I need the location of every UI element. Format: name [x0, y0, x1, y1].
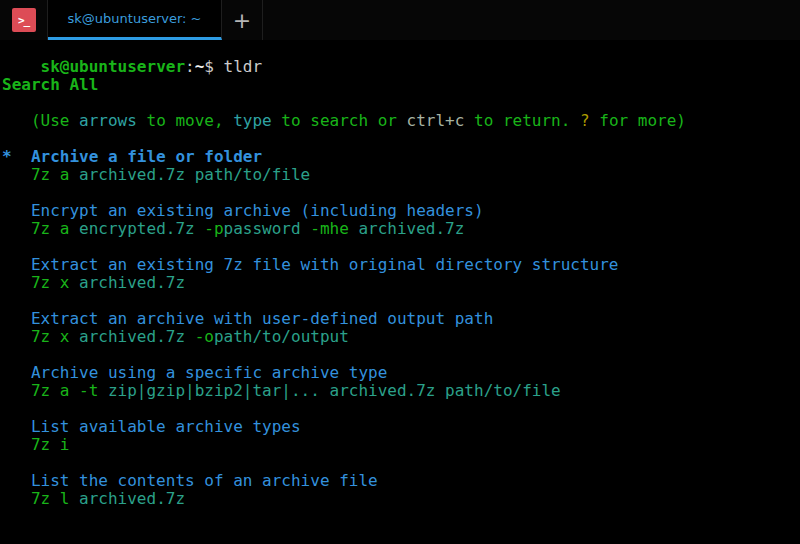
entry-title: Extract an existing 7z file with origina…: [2, 256, 800, 274]
text-segment-cmd: -p: [195, 219, 224, 238]
text-segment-green: (Use: [31, 111, 79, 130]
hint-line: (Use arrows to move, type to search or c…: [2, 112, 800, 130]
text-segment-param: zip|gzip|bzip2|tar|... archived.7z path/…: [108, 381, 561, 400]
entry-title-text: Encrypt an existing archive (including h…: [31, 201, 484, 220]
text-segment-key: arrows: [79, 111, 137, 130]
entry-command: 7z x archived.7z -opath/to/output: [2, 328, 800, 346]
text-segment-green: for more): [590, 111, 686, 130]
tldr-entry[interactable]: *Archive a file or folder7z a archived.7…: [2, 148, 800, 184]
text-segment-cmd: 7z a -t: [31, 381, 108, 400]
entry-title-text: Extract an archive with user-defined out…: [31, 309, 493, 328]
tldr-entry[interactable]: List available archive types7z i: [2, 418, 800, 454]
prompt-user-host: sk@ubuntuserver: [41, 57, 186, 76]
text-segment-param: password: [224, 219, 301, 238]
text-segment-cmd: 7z a: [31, 219, 79, 238]
entry-title: Encrypt an existing archive (including h…: [2, 202, 800, 220]
prompt-path: ~: [195, 57, 205, 76]
text-segment-cmd: 7z x: [31, 327, 79, 346]
tab-bar: >_ sk@ubuntuserver: ~ +: [0, 0, 800, 40]
tab-title: sk@ubuntuserver: ~: [68, 11, 202, 26]
entry-title: *Archive a file or folder: [2, 148, 800, 166]
tldr-entry-list: *Archive a file or folder7z a archived.7…: [2, 148, 800, 508]
plus-icon: +: [233, 8, 251, 33]
tldr-entry[interactable]: List the contents of an archive file7z l…: [2, 472, 800, 508]
new-tab-button[interactable]: +: [222, 0, 263, 40]
entry-title: List available archive types: [2, 418, 800, 436]
text-segment-cmd: 7z i: [31, 435, 70, 454]
tldr-entry[interactable]: Extract an archive with user-defined out…: [2, 310, 800, 346]
text-segment-cmd: 7z a: [31, 165, 79, 184]
window-menu-button[interactable]: >_: [0, 0, 48, 40]
tab-active[interactable]: sk@ubuntuserver: ~: [48, 0, 222, 40]
text-segment-param: archived.7z: [79, 273, 185, 292]
text-segment-param: archived.7z: [79, 327, 185, 346]
text-segment-kbd: ctrl+c: [407, 111, 465, 130]
entry-title: Extract an archive with user-defined out…: [2, 310, 800, 328]
search-heading: Search All: [2, 76, 800, 94]
tldr-entry[interactable]: Extract an existing 7z file with origina…: [2, 256, 800, 292]
text-segment-param: encrypted.7z: [79, 219, 195, 238]
entry-title-text: Archive using a specific archive type: [31, 363, 387, 382]
entry-title-text: List available archive types: [31, 417, 301, 436]
tldr-entry[interactable]: Archive using a specific archive type7z …: [2, 364, 800, 400]
text-segment-param: archived.7z: [79, 489, 185, 508]
entry-title: Archive using a specific archive type: [2, 364, 800, 382]
text-segment-green: to return.: [464, 111, 580, 130]
text-segment-cmd: -o: [185, 327, 214, 346]
selected-marker: *: [2, 148, 12, 166]
entry-title-text: List the contents of an archive file: [31, 471, 378, 490]
prompt-symbol: $: [204, 57, 223, 76]
text-segment-key: type: [233, 111, 272, 130]
terminal-icon: >_: [12, 8, 36, 32]
tldr-entry[interactable]: Encrypt an existing archive (including h…: [2, 202, 800, 238]
entry-command: 7z a -t zip|gzip|bzip2|tar|... archived.…: [2, 382, 800, 400]
entry-command: 7z x archived.7z: [2, 274, 800, 292]
text-segment-green: to move,: [137, 111, 233, 130]
text-segment-green: to search or: [272, 111, 407, 130]
text-segment-cmd: 7z l: [31, 489, 79, 508]
terminal-viewport[interactable]: sk@ubuntuserver:~$ tldr Search All (Use …: [0, 40, 800, 544]
text-segment-cmd: 7z x: [31, 273, 79, 292]
prompt-separator: :: [185, 57, 195, 76]
entry-command: 7z a archived.7z path/to/file: [2, 166, 800, 184]
text-segment-param: archived.7z path/to/file: [79, 165, 310, 184]
entry-title-text: Archive a file or folder: [31, 147, 262, 166]
typed-command: tldr: [224, 57, 263, 76]
text-segment-question: ?: [580, 111, 590, 130]
entry-command: 7z a encrypted.7z -ppassword -mhe archiv…: [2, 220, 800, 238]
entry-title: List the contents of an archive file: [2, 472, 800, 490]
text-segment-param: path/to/output: [214, 327, 349, 346]
text-segment-param: archived.7z: [358, 219, 464, 238]
prompt-line: sk@ubuntuserver:~$ tldr: [2, 40, 800, 58]
entry-command: 7z l archived.7z: [2, 490, 800, 508]
entry-title-text: Extract an existing 7z file with origina…: [31, 255, 619, 274]
entry-command: 7z i: [2, 436, 800, 454]
text-segment-cmd: -mhe: [301, 219, 359, 238]
